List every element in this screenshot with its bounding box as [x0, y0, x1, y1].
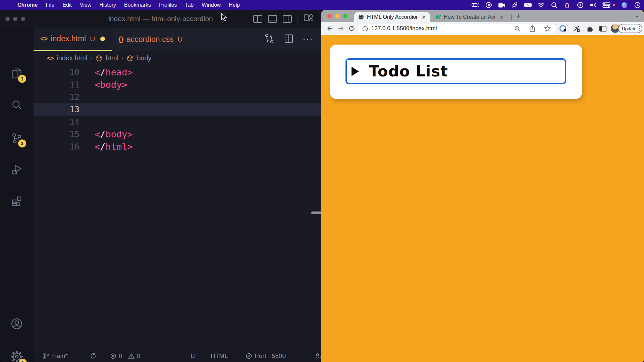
close-window-button[interactable]	[327, 14, 332, 18]
vscode-titlebar[interactable]: index.html — html-only-accordion	[0, 10, 321, 27]
rocket-icon[interactable]	[511, 1, 519, 9]
eol-indicator[interactable]: LF	[191, 350, 198, 362]
breadcrumb-file[interactable]: index.html	[57, 54, 87, 62]
css-file-icon: {}	[118, 36, 123, 43]
explorer-icon[interactable]: 1	[0, 60, 34, 87]
breadcrumbs[interactable]: <> index.html › html › body	[34, 51, 321, 65]
side-panel-icon[interactable]	[598, 24, 607, 33]
open-changes-icon[interactable]	[264, 33, 275, 46]
more-actions-icon[interactable]: ···	[303, 38, 313, 41]
vscode-traffic-lights	[5, 10, 25, 27]
address-bar[interactable]: 127.0.0.1:5500/index.html	[358, 24, 556, 34]
update-chrome-button[interactable]: Update	[618, 24, 642, 33]
video-camera-icon[interactable]	[498, 1, 506, 9]
breadcrumb-html[interactable]: html	[106, 54, 118, 62]
url-text[interactable]: 127.0.0.1:5500/index.html	[371, 25, 514, 32]
close-tab-icon[interactable]: ✕	[422, 14, 426, 20]
resize-sash-handle[interactable]	[311, 212, 321, 214]
control-center-icon[interactable]	[602, 1, 610, 9]
new-tab-button[interactable]: +	[516, 11, 521, 21]
remote-person-icon[interactable]	[315, 350, 321, 362]
menu-chrome[interactable]: Chrome	[13, 2, 42, 8]
back-icon[interactable]	[325, 24, 335, 33]
problems-status[interactable]: 0 0	[110, 350, 140, 362]
window-title: index.html — html-only-accordion	[108, 15, 213, 23]
tab-accordion-css[interactable]: {} accordion.css U	[112, 27, 189, 51]
menu-help[interactable]: Help	[225, 2, 244, 8]
chrome-tab-strip[interactable]: HTML Only Accordion ✕ W How To Create an…	[321, 10, 644, 22]
braces-icon[interactable]: {}	[563, 1, 571, 9]
extensions-icon[interactable]	[0, 188, 34, 215]
git-branch-status[interactable]: main*	[43, 350, 68, 362]
forward-icon[interactable]	[336, 24, 345, 33]
spotlight-search-icon[interactable]	[550, 1, 558, 9]
tab-title: HTML Only Accordion	[367, 14, 418, 20]
accordion-card: Todo List	[330, 45, 582, 99]
battery-charging-icon[interactable]	[524, 1, 532, 9]
split-editor-icon[interactable]	[284, 34, 294, 45]
language-mode[interactable]: HTML	[211, 350, 228, 362]
code-line: 16 </html>	[34, 140, 321, 153]
unsaved-dot-icon[interactable]	[100, 37, 105, 41]
sync-changes-icon[interactable]	[90, 350, 97, 362]
details-marker-icon[interactable]	[352, 67, 359, 76]
minimize-window-button[interactable]	[13, 17, 17, 21]
settings-gear-icon[interactable]: 1	[0, 343, 34, 362]
extensions-puzzle-icon[interactable]	[585, 24, 594, 33]
code-editor[interactable]: 10 </head> 11 <body> 12 13 14	[34, 65, 321, 350]
tab-index-html[interactable]: <> index.html U	[34, 27, 112, 51]
chrome-menu-kebab-icon[interactable]	[639, 26, 640, 31]
wifi-icon[interactable]	[537, 1, 545, 9]
accordion-summary[interactable]: Todo List	[345, 58, 566, 84]
menu-profiles[interactable]: Profiles	[155, 2, 181, 8]
menu-file[interactable]: File	[42, 2, 58, 8]
siri-icon[interactable]	[620, 1, 628, 9]
breadcrumb-body[interactable]: body	[137, 54, 151, 62]
toggle-panel-icon[interactable]	[268, 15, 277, 23]
volume-icon[interactable]	[589, 1, 597, 9]
source-control-icon[interactable]: 3	[0, 125, 34, 152]
run-debug-icon[interactable]	[0, 156, 34, 183]
close-window-button[interactable]	[5, 17, 10, 21]
zoom-window-button[interactable]	[21, 17, 25, 21]
record-icon[interactable]	[485, 1, 493, 9]
close-tab-icon[interactable]: ✕	[499, 14, 504, 20]
extension-eyedropper-icon[interactable]	[572, 24, 581, 33]
clock-icon[interactable]	[633, 1, 641, 9]
extension-privacy-icon[interactable]	[558, 24, 568, 33]
menu-history[interactable]: History	[95, 2, 120, 8]
menu-window[interactable]: Window	[198, 2, 225, 8]
status-bar: main* 0 0 LF HTML	[34, 350, 321, 362]
toggle-primary-sidebar-icon[interactable]	[253, 15, 262, 23]
reload-icon[interactable]	[347, 24, 356, 33]
screen-record-camera-icon[interactable]	[472, 1, 480, 9]
menu-edit[interactable]: Edit	[58, 2, 76, 8]
html-file-icon: <>	[47, 55, 54, 62]
vscode-window: index.html — html-only-accordion 1	[0, 10, 321, 362]
tab-search-chevron-icon[interactable]: ⌄	[635, 12, 639, 19]
browser-tab-inactive[interactable]: W How To Create an Accordion ✕	[432, 12, 508, 22]
account-icon[interactable]	[0, 310, 34, 337]
activity-bar: 1 3	[0, 27, 34, 362]
menu-bookmarks[interactable]: Bookmarks	[120, 2, 155, 8]
notification-dot	[613, 4, 615, 6]
bookmark-star-icon[interactable]	[544, 25, 551, 32]
tab-label: index.html	[51, 34, 86, 43]
chrome-toolbar: 127.0.0.1:5500/index.html	[321, 22, 644, 35]
play-circle-icon[interactable]	[576, 1, 584, 9]
menu-tab[interactable]: Tab	[181, 2, 198, 8]
customize-layout-icon[interactable]	[304, 14, 314, 23]
code-line: 10 </head>	[34, 66, 321, 78]
toggle-secondary-sidebar-icon[interactable]	[283, 15, 292, 23]
minimize-window-button[interactable]	[335, 14, 340, 18]
menu-view[interactable]: View	[76, 2, 95, 8]
site-info-icon[interactable]	[362, 26, 368, 32]
zoom-icon[interactable]	[514, 25, 521, 32]
tab-modified-flag: U	[178, 35, 183, 43]
zoom-window-button[interactable]	[343, 14, 347, 18]
browser-tab-active[interactable]: HTML Only Accordion ✕	[354, 12, 430, 22]
live-server-port[interactable]: Port : 5500	[246, 350, 286, 362]
search-icon[interactable]	[0, 92, 34, 119]
editor-tab-bar: <> index.html U {} accordion.css U	[34, 27, 321, 51]
share-icon[interactable]	[529, 25, 535, 32]
